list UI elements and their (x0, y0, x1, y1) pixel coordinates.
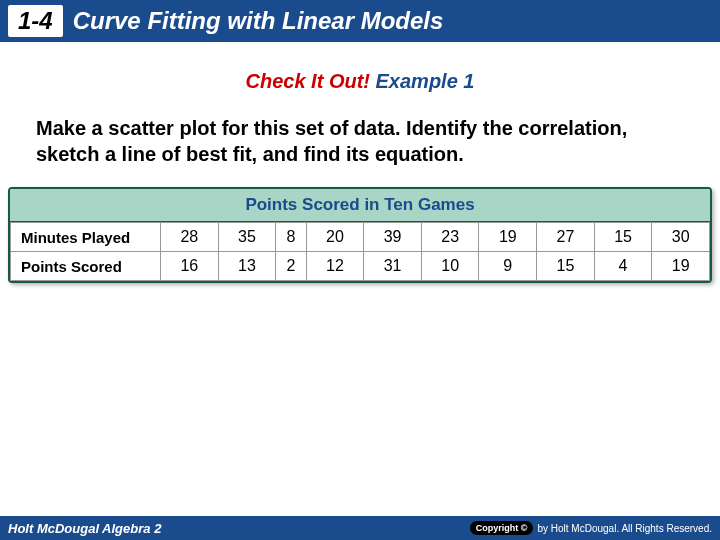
cell: 19 (652, 252, 710, 281)
cell: 15 (594, 223, 652, 252)
footer-textbook-label: Holt McDougal Algebra 2 (8, 521, 161, 536)
lesson-title: Curve Fitting with Linear Models (73, 7, 444, 35)
row-label: Points Scored (11, 252, 161, 281)
cell: 8 (276, 223, 306, 252)
cell: 9 (479, 252, 537, 281)
cell: 28 (161, 223, 219, 252)
cell: 23 (421, 223, 479, 252)
copyright-text: by Holt McDougal. All Rights Reserved. (537, 523, 712, 534)
example-heading: Check It Out! Example 1 (0, 70, 720, 93)
check-it-out-label: Check It Out! (246, 70, 370, 92)
cell: 16 (161, 252, 219, 281)
footer-bar: Holt McDougal Algebra 2 Copyright © by H… (0, 516, 720, 540)
cell: 30 (652, 223, 710, 252)
data-table: Minutes Played 28 35 8 20 39 23 19 27 15… (10, 222, 710, 281)
cell: 15 (537, 252, 595, 281)
section-number: 1-4 (8, 5, 63, 37)
copyright-badge: Copyright © (470, 521, 534, 535)
cell: 19 (479, 223, 537, 252)
cell: 2 (276, 252, 306, 281)
cell: 20 (306, 223, 364, 252)
cell: 13 (218, 252, 276, 281)
table-row: Minutes Played 28 35 8 20 39 23 19 27 15… (11, 223, 710, 252)
cell: 10 (421, 252, 479, 281)
footer-copyright: Copyright © by Holt McDougal. All Rights… (470, 521, 712, 535)
cell: 35 (218, 223, 276, 252)
cell: 12 (306, 252, 364, 281)
data-table-container: Points Scored in Ten Games Minutes Playe… (8, 187, 712, 283)
cell: 4 (594, 252, 652, 281)
cell: 27 (537, 223, 595, 252)
table-title: Points Scored in Ten Games (10, 189, 710, 222)
lesson-header: 1-4 Curve Fitting with Linear Models (0, 0, 720, 42)
example-number-label: Example 1 (376, 70, 475, 92)
table-row: Points Scored 16 13 2 12 31 10 9 15 4 19 (11, 252, 710, 281)
cell: 39 (364, 223, 422, 252)
instructions-text: Make a scatter plot for this set of data… (36, 115, 684, 167)
cell: 31 (364, 252, 422, 281)
row-label: Minutes Played (11, 223, 161, 252)
